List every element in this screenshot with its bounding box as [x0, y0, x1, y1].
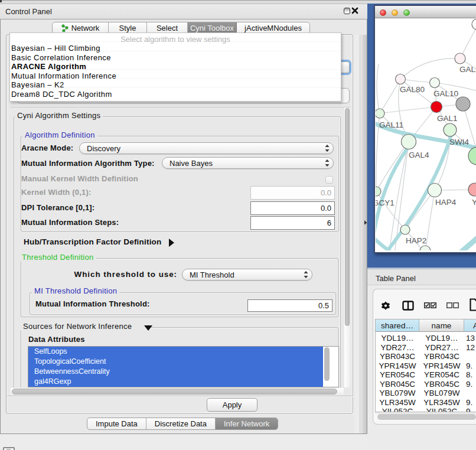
unchecked-pair-icon[interactable]: [446, 302, 459, 308]
algorithm-option[interactable]: Basic Correlation Inference: [11, 53, 111, 62]
gear-icon[interactable]: [381, 301, 390, 311]
network-edge[interactable]: [380, 107, 436, 113]
attribute-item[interactable]: TopologicalCoefficient: [28, 357, 323, 367]
apply-button[interactable]: Apply: [207, 398, 257, 412]
table-cell[interactable]: YBR043C: [376, 352, 419, 361]
network-edge-highlighted[interactable]: [454, 235, 476, 250]
network-node-gcy1[interactable]: [376, 187, 381, 196]
network-node-gal10[interactable]: [430, 78, 440, 88]
attribute-item[interactable]: BetweennessCentrality: [28, 367, 323, 377]
table-cell[interactable]: YLR345W: [376, 398, 419, 407]
bottom-tab-impute-data[interactable]: Impute Data: [87, 418, 146, 429]
network-node-gal2[interactable]: [455, 53, 465, 64]
table-cell[interactable]: YDR27…: [376, 343, 419, 352]
mi-type-combo[interactable]: Naive Bayes: [162, 157, 334, 169]
table-cell[interactable]: YBL079W: [419, 389, 464, 397]
algorithm-option[interactable]: Dream8 DC_TDC Algorithm: [11, 90, 112, 99]
network-edge[interactable]: [425, 190, 435, 250]
zoom-traffic-light[interactable]: [403, 9, 410, 16]
data-attributes-list[interactable]: SelfLoopsTopologicalCoefficientBetweenne…: [28, 346, 339, 387]
network-edge[interactable]: [400, 58, 460, 79]
table-cell[interactable]: 13: [464, 334, 476, 343]
hub-definition-label[interactable]: Hub/Transcription Factor Definition: [24, 237, 162, 246]
float-window-button[interactable]: [344, 8, 350, 14]
aracne-mode-combo[interactable]: Discovery: [79, 142, 334, 154]
network-window-titlebar[interactable]: [375, 6, 476, 18]
table-cell[interactable]: 8.: [464, 370, 476, 379]
dpi-tolerance-field[interactable]: 0.0: [250, 201, 335, 215]
table-cell[interactable]: YLR345W: [419, 398, 464, 407]
column-header-shared…[interactable]: shared…: [376, 319, 419, 332]
settings-vscrollbar-thumb[interactable]: [345, 108, 350, 326]
bottom-tab-discretize-data[interactable]: Discretize Data: [146, 418, 216, 429]
table-cell[interactable]: YBR043C: [419, 352, 464, 361]
network-node[interactable]: [456, 97, 470, 111]
table-cell[interactable]: YDR27…: [419, 343, 464, 352]
document-icon[interactable]: [470, 298, 476, 311]
table-cell[interactable]: YER054C: [376, 370, 419, 379]
network-edge[interactable]: [405, 190, 435, 230]
table-cell[interactable]: 9.: [464, 380, 476, 389]
network-node-hap2[interactable]: [400, 225, 410, 234]
network-node-swi4[interactable]: [444, 123, 457, 136]
algorithm-option[interactable]: Mutual Information Inference: [11, 71, 116, 80]
table-cell[interactable]: YPR145W: [376, 361, 419, 370]
table-cell[interactable]: 9.: [464, 398, 476, 407]
checked-pair-icon[interactable]: [424, 302, 436, 308]
table-cell[interactable]: YBR045C: [376, 380, 419, 389]
manual-kernel-checkbox[interactable]: [325, 176, 333, 184]
table-cell[interactable]: 9: [464, 407, 476, 412]
minimize-traffic-light[interactable]: [392, 9, 398, 16]
network-node-y[interactable]: [468, 183, 476, 196]
table-cell[interactable]: [464, 352, 476, 361]
mi-steps-field[interactable]: 6: [250, 216, 335, 230]
window-right-edge: [354, 35, 367, 433]
table-cell[interactable]: YBR045C: [419, 380, 464, 389]
attribute-item[interactable]: SelfLoops: [28, 347, 323, 357]
network-edge[interactable]: [380, 79, 400, 113]
mi-threshold-field[interactable]: 0.5: [247, 299, 332, 312]
table-cell[interactable]: YDL19…: [376, 334, 419, 343]
network-canvas[interactable]: GAL2GAL80GAL10GAL1GAL11SWI4GAL4GCY1HAP4Y…: [376, 19, 476, 250]
network-node-hap4[interactable]: [428, 184, 442, 197]
table-cell[interactable]: [464, 389, 476, 397]
attribute-item[interactable]: gal4RGexp: [28, 377, 323, 387]
network-node-gal1[interactable]: [431, 102, 442, 113]
column-header-A[interactable]: A: [464, 319, 476, 332]
kernel-width-field[interactable]: 0.0: [250, 186, 335, 200]
control-panel-titlebar[interactable]: [0, 4, 367, 19]
network-node-gal80[interactable]: [396, 74, 406, 84]
algorithm-option[interactable]: ARACNE Algorithm: [11, 62, 86, 71]
table-cell[interactable]: 12: [464, 343, 476, 352]
split-column-icon[interactable]: [402, 301, 414, 311]
table-cell[interactable]: YIL052C: [419, 407, 464, 412]
hub-expand-arrow-icon[interactable]: [169, 239, 174, 247]
network-edge[interactable]: [377, 64, 380, 113]
network-node-gal11[interactable]: [376, 109, 384, 118]
network-node[interactable]: [420, 246, 431, 250]
settings-hscrollbar-thumb[interactable]: [12, 389, 337, 394]
algorithm-option[interactable]: Bayesian – K2: [11, 80, 64, 89]
table-cell[interactable]: YBL079W: [376, 389, 419, 397]
network-edge[interactable]: [376, 142, 409, 191]
network-node[interactable]: [472, 19, 476, 30]
table-hscrollbar-thumb[interactable]: [377, 414, 476, 420]
algorithm-option[interactable]: Bayesian – Hill Climbing: [11, 44, 100, 53]
table-cell[interactable]: YPR145W: [419, 361, 464, 370]
network-node[interactable]: [468, 147, 476, 165]
algorithm-dropdown-prompt: Select algorithm to view settings: [10, 35, 341, 44]
table-cell[interactable]: YER054C: [419, 370, 464, 379]
network-node-gal4[interactable]: [402, 135, 416, 149]
table-cell[interactable]: 9.: [464, 361, 476, 370]
mi-type-label: Mutual Information Algorithm Type:: [21, 159, 155, 168]
close-window-button[interactable]: [351, 7, 358, 14]
table-cell[interactable]: YDL19…: [419, 334, 464, 343]
table-cell[interactable]: YIL052C: [376, 407, 419, 412]
attributes-vscrollbar-thumb[interactable]: [324, 347, 330, 381]
sources-collapse-arrow-icon[interactable]: [144, 325, 152, 331]
column-header-name[interactable]: name: [419, 319, 464, 332]
which-threshold-combo[interactable]: MI Threshold: [182, 269, 312, 281]
bottom-tab-infer-network[interactable]: Infer Network: [216, 418, 278, 429]
close-traffic-light[interactable]: [380, 9, 386, 16]
node-table[interactable]: shared…nameAYDL19…YDL19…13YDR27…YDR27…12…: [375, 319, 476, 412]
